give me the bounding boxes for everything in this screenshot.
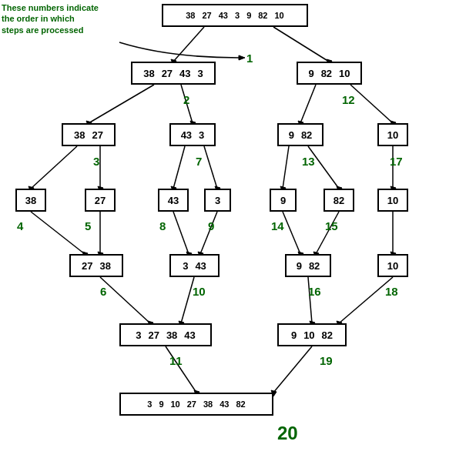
node-n8: 43 bbox=[158, 189, 189, 212]
step-5: 5 bbox=[85, 219, 91, 232]
node-n17: 10 bbox=[377, 123, 408, 146]
node-n2: 3827433 bbox=[131, 62, 216, 85]
node-n7: 433 bbox=[169, 123, 216, 146]
step-8: 8 bbox=[159, 219, 166, 232]
step-16: 16 bbox=[308, 285, 321, 298]
svg-line-31 bbox=[173, 212, 189, 254]
svg-line-9 bbox=[300, 85, 316, 123]
node-n19: 91082 bbox=[277, 323, 347, 346]
svg-line-35 bbox=[283, 212, 300, 254]
arrows-svg bbox=[0, 0, 476, 458]
step-10: 10 bbox=[193, 285, 206, 298]
node-n4: 38 bbox=[15, 189, 46, 212]
node-n6: 2738 bbox=[69, 254, 123, 277]
step-3: 3 bbox=[93, 155, 99, 168]
step-4: 4 bbox=[17, 219, 23, 232]
step-12: 12 bbox=[342, 93, 355, 106]
svg-line-19 bbox=[204, 146, 217, 189]
step-1: 1 bbox=[246, 52, 253, 65]
svg-line-33 bbox=[200, 212, 217, 254]
annotation-text: These numbers indicatethe order in which… bbox=[2, 2, 99, 35]
step-17: 17 bbox=[390, 155, 403, 168]
svg-line-1 bbox=[173, 27, 204, 62]
node-n14: 9 bbox=[270, 189, 297, 212]
svg-line-47 bbox=[339, 277, 393, 323]
step-2: 2 bbox=[183, 93, 189, 106]
svg-marker-0 bbox=[239, 55, 245, 60]
svg-line-45 bbox=[308, 277, 312, 323]
step-9: 9 bbox=[208, 219, 214, 232]
step-7: 7 bbox=[196, 155, 202, 168]
node-n16: 982 bbox=[285, 254, 331, 277]
node-n13: 982 bbox=[277, 123, 323, 146]
svg-line-21 bbox=[283, 146, 289, 189]
node-n11: 3273843 bbox=[119, 323, 212, 346]
step-11: 11 bbox=[169, 354, 183, 367]
node-n18: 10 bbox=[377, 254, 408, 277]
node-n15: 82 bbox=[323, 189, 354, 212]
node-n5: 27 bbox=[85, 189, 116, 212]
svg-line-37 bbox=[316, 212, 339, 254]
svg-line-49 bbox=[166, 346, 196, 393]
node-n10: 343 bbox=[169, 254, 220, 277]
step-6: 6 bbox=[100, 285, 106, 298]
svg-line-41 bbox=[100, 277, 150, 323]
svg-line-51 bbox=[273, 346, 312, 393]
svg-line-17 bbox=[173, 146, 185, 189]
svg-line-5 bbox=[89, 85, 154, 123]
svg-line-3 bbox=[273, 27, 329, 62]
svg-line-43 bbox=[181, 277, 194, 323]
node-n12: 98210 bbox=[297, 62, 362, 85]
step-13: 13 bbox=[302, 155, 315, 168]
step-20: 20 bbox=[277, 423, 298, 444]
step-18: 18 bbox=[385, 285, 398, 298]
svg-line-27 bbox=[31, 212, 85, 254]
node-n18_top: 10 bbox=[377, 189, 408, 212]
svg-line-13 bbox=[31, 146, 77, 189]
step-15: 15 bbox=[325, 219, 338, 232]
svg-line-11 bbox=[350, 85, 393, 123]
step-19: 19 bbox=[320, 354, 333, 367]
node-n1: 382743398210 bbox=[162, 4, 308, 27]
node-n20: 391027384382 bbox=[119, 393, 273, 416]
node-n9: 3 bbox=[204, 189, 231, 212]
step-14: 14 bbox=[271, 219, 284, 232]
node-n3: 3827 bbox=[62, 123, 116, 146]
